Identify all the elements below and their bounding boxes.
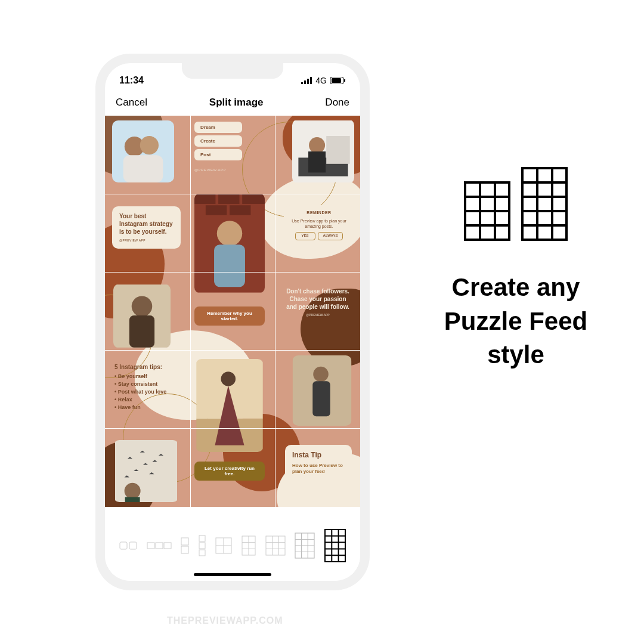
signal-icon — [301, 77, 312, 84]
page-title: Split image — [209, 97, 264, 109]
feed-preview[interactable]: Dream Create Post @PREVIEW.APP Your best… — [105, 116, 360, 507]
svg-rect-37 — [156, 543, 163, 549]
svg-rect-42 — [199, 543, 205, 549]
photo-laptop — [292, 119, 354, 184]
photo-man — [113, 284, 171, 348]
svg-rect-33 — [125, 497, 140, 502]
phone-mockup: 11:34 4G Cancel Split image Done — [95, 54, 370, 590]
svg-rect-43 — [199, 550, 205, 556]
svg-rect-30 — [312, 381, 330, 416]
home-indicator — [194, 573, 271, 576]
chase-quote: Don't chase followers. Chase your passio… — [284, 287, 352, 317]
grid-3x4-icon — [464, 181, 510, 241]
svg-rect-11 — [326, 136, 350, 164]
svg-rect-15 — [194, 194, 215, 204]
handle-label: @PREVIEW.APP — [194, 168, 226, 172]
pill-stack: Dream Create Post @PREVIEW.APP — [194, 122, 242, 174]
svg-rect-34 — [120, 542, 127, 549]
svg-rect-8 — [123, 155, 163, 182]
svg-rect-39 — [181, 538, 188, 545]
grid-style-icons — [417, 167, 614, 241]
svg-rect-24 — [129, 315, 154, 348]
svg-rect-19 — [230, 205, 250, 215]
photo-beach-dress — [196, 359, 264, 452]
tips-card: 5 Instagram tips: • Be yourself • Stay c… — [114, 363, 186, 411]
pill-create: Create — [194, 135, 242, 147]
svg-point-20 — [217, 221, 242, 246]
svg-rect-21 — [214, 244, 245, 287]
photo-pose — [292, 355, 352, 426]
status-time: 11:34 — [119, 75, 144, 86]
svg-rect-31 — [115, 440, 177, 502]
layout-option-3x4[interactable] — [295, 532, 315, 559]
canvas: Create any Puzzle Feed style 11:34 4G Ca… — [0, 0, 644, 644]
nav-bar: Cancel Split image Done — [105, 89, 360, 116]
pill-post: Post — [194, 149, 242, 160]
svg-rect-1 — [522, 168, 566, 240]
svg-point-12 — [309, 137, 325, 153]
svg-point-29 — [313, 367, 329, 382]
reminder-card: REMINDER Use Preview app to plan your am… — [284, 205, 354, 245]
svg-point-7 — [140, 136, 159, 154]
battery-icon — [330, 77, 346, 84]
svg-point-23 — [132, 296, 153, 317]
svg-rect-48 — [325, 530, 345, 562]
svg-point-27 — [221, 371, 236, 386]
svg-rect-17 — [242, 194, 265, 204]
side-promo: Create any Puzzle Feed style — [417, 167, 614, 372]
done-button[interactable]: Done — [325, 97, 349, 109]
layout-option-1x3v[interactable] — [199, 535, 206, 556]
photo-brick-wall — [194, 193, 265, 293]
photo-couple — [112, 120, 174, 182]
watermark: THEPREVIEWAPP.COM — [167, 615, 283, 626]
pill-dream: Dream — [194, 122, 242, 133]
layout-option-3x5-selected[interactable] — [324, 529, 346, 562]
svg-rect-41 — [199, 535, 205, 541]
svg-rect-38 — [164, 543, 171, 549]
svg-rect-40 — [181, 546, 188, 553]
network-label: 4G — [315, 76, 327, 85]
layout-option-2x3[interactable] — [242, 535, 256, 556]
svg-rect-46 — [266, 536, 285, 555]
svg-rect-35 — [129, 542, 137, 549]
layout-option-2x2[interactable] — [215, 537, 232, 554]
insta-tip-card: Insta Tip How to use Preview to plan you… — [285, 445, 352, 481]
layout-option-3x3[interactable] — [265, 535, 286, 556]
quote-card-strategy: Your best Instagram strategy is to be yo… — [112, 206, 181, 249]
svg-rect-3 — [332, 78, 341, 83]
remember-tag: Remember why you started. — [194, 306, 265, 326]
layout-option-1x2h[interactable] — [119, 541, 137, 550]
layout-option-1x3h[interactable] — [147, 542, 172, 549]
phone-notch — [182, 63, 283, 79]
layout-option-1x2v[interactable] — [181, 537, 189, 554]
creativity-tag: Let your creativity run free. — [194, 462, 265, 481]
grid-3x5-icon — [521, 167, 568, 241]
cancel-button[interactable]: Cancel — [116, 97, 147, 109]
svg-rect-16 — [218, 194, 239, 204]
svg-rect-18 — [206, 205, 227, 215]
layout-picker — [105, 521, 360, 581]
svg-rect-13 — [308, 151, 326, 172]
headline: Create any Puzzle Feed style — [417, 271, 614, 372]
svg-rect-36 — [147, 543, 154, 549]
svg-point-32 — [125, 483, 141, 499]
photo-birds — [113, 440, 179, 502]
svg-rect-4 — [344, 79, 345, 82]
